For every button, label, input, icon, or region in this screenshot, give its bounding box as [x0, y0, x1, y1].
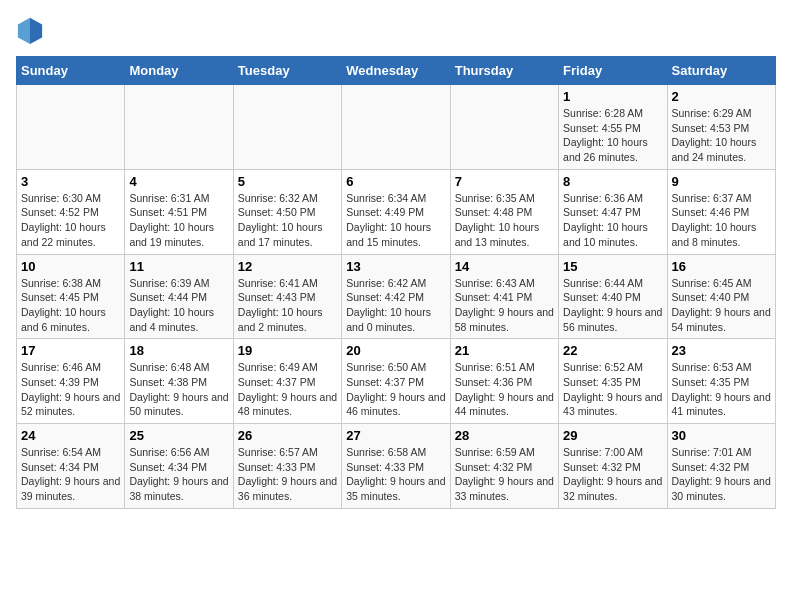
day-info: Sunrise: 6:38 AM Sunset: 4:45 PM Dayligh… [21, 276, 120, 335]
calendar-cell [342, 85, 450, 170]
day-info: Sunrise: 6:30 AM Sunset: 4:52 PM Dayligh… [21, 191, 120, 250]
calendar-header-row: SundayMondayTuesdayWednesdayThursdayFrid… [17, 57, 776, 85]
calendar-cell: 7Sunrise: 6:35 AM Sunset: 4:48 PM Daylig… [450, 169, 558, 254]
svg-marker-1 [30, 18, 42, 44]
day-number: 9 [672, 174, 771, 189]
day-number: 1 [563, 89, 662, 104]
calendar-cell [450, 85, 558, 170]
day-header-friday: Friday [559, 57, 667, 85]
day-number: 16 [672, 259, 771, 274]
day-number: 19 [238, 343, 337, 358]
day-info: Sunrise: 6:54 AM Sunset: 4:34 PM Dayligh… [21, 445, 120, 504]
day-number: 29 [563, 428, 662, 443]
day-number: 2 [672, 89, 771, 104]
day-number: 20 [346, 343, 445, 358]
calendar-cell: 8Sunrise: 6:36 AM Sunset: 4:47 PM Daylig… [559, 169, 667, 254]
day-info: Sunrise: 6:56 AM Sunset: 4:34 PM Dayligh… [129, 445, 228, 504]
day-number: 24 [21, 428, 120, 443]
calendar-cell: 21Sunrise: 6:51 AM Sunset: 4:36 PM Dayli… [450, 339, 558, 424]
day-info: Sunrise: 6:36 AM Sunset: 4:47 PM Dayligh… [563, 191, 662, 250]
calendar-cell: 6Sunrise: 6:34 AM Sunset: 4:49 PM Daylig… [342, 169, 450, 254]
day-info: Sunrise: 6:34 AM Sunset: 4:49 PM Dayligh… [346, 191, 445, 250]
calendar-cell: 25Sunrise: 6:56 AM Sunset: 4:34 PM Dayli… [125, 424, 233, 509]
day-header-sunday: Sunday [17, 57, 125, 85]
day-number: 10 [21, 259, 120, 274]
calendar-cell: 16Sunrise: 6:45 AM Sunset: 4:40 PM Dayli… [667, 254, 775, 339]
calendar-cell: 9Sunrise: 6:37 AM Sunset: 4:46 PM Daylig… [667, 169, 775, 254]
calendar-week-row: 3Sunrise: 6:30 AM Sunset: 4:52 PM Daylig… [17, 169, 776, 254]
logo [16, 16, 48, 44]
calendar-cell: 1Sunrise: 6:28 AM Sunset: 4:55 PM Daylig… [559, 85, 667, 170]
day-number: 7 [455, 174, 554, 189]
day-info: Sunrise: 6:28 AM Sunset: 4:55 PM Dayligh… [563, 106, 662, 165]
calendar-cell: 12Sunrise: 6:41 AM Sunset: 4:43 PM Dayli… [233, 254, 341, 339]
calendar-cell [125, 85, 233, 170]
day-info: Sunrise: 6:53 AM Sunset: 4:35 PM Dayligh… [672, 360, 771, 419]
day-header-monday: Monday [125, 57, 233, 85]
day-number: 18 [129, 343, 228, 358]
calendar-cell: 23Sunrise: 6:53 AM Sunset: 4:35 PM Dayli… [667, 339, 775, 424]
day-number: 13 [346, 259, 445, 274]
calendar-cell: 11Sunrise: 6:39 AM Sunset: 4:44 PM Dayli… [125, 254, 233, 339]
day-header-wednesday: Wednesday [342, 57, 450, 85]
day-number: 23 [672, 343, 771, 358]
day-number: 21 [455, 343, 554, 358]
day-info: Sunrise: 7:00 AM Sunset: 4:32 PM Dayligh… [563, 445, 662, 504]
calendar-cell: 5Sunrise: 6:32 AM Sunset: 4:50 PM Daylig… [233, 169, 341, 254]
day-info: Sunrise: 6:59 AM Sunset: 4:32 PM Dayligh… [455, 445, 554, 504]
day-number: 30 [672, 428, 771, 443]
calendar-cell: 27Sunrise: 6:58 AM Sunset: 4:33 PM Dayli… [342, 424, 450, 509]
calendar-cell [17, 85, 125, 170]
day-number: 22 [563, 343, 662, 358]
calendar-cell: 26Sunrise: 6:57 AM Sunset: 4:33 PM Dayli… [233, 424, 341, 509]
day-number: 12 [238, 259, 337, 274]
logo-icon [16, 16, 44, 44]
day-info: Sunrise: 6:39 AM Sunset: 4:44 PM Dayligh… [129, 276, 228, 335]
day-number: 28 [455, 428, 554, 443]
day-number: 5 [238, 174, 337, 189]
calendar-cell [233, 85, 341, 170]
day-info: Sunrise: 6:37 AM Sunset: 4:46 PM Dayligh… [672, 191, 771, 250]
day-number: 17 [21, 343, 120, 358]
calendar-cell: 15Sunrise: 6:44 AM Sunset: 4:40 PM Dayli… [559, 254, 667, 339]
calendar-week-row: 24Sunrise: 6:54 AM Sunset: 4:34 PM Dayli… [17, 424, 776, 509]
day-header-saturday: Saturday [667, 57, 775, 85]
day-info: Sunrise: 6:49 AM Sunset: 4:37 PM Dayligh… [238, 360, 337, 419]
day-number: 3 [21, 174, 120, 189]
day-info: Sunrise: 6:31 AM Sunset: 4:51 PM Dayligh… [129, 191, 228, 250]
calendar-cell: 13Sunrise: 6:42 AM Sunset: 4:42 PM Dayli… [342, 254, 450, 339]
day-number: 26 [238, 428, 337, 443]
day-info: Sunrise: 6:50 AM Sunset: 4:37 PM Dayligh… [346, 360, 445, 419]
day-info: Sunrise: 6:58 AM Sunset: 4:33 PM Dayligh… [346, 445, 445, 504]
day-info: Sunrise: 6:42 AM Sunset: 4:42 PM Dayligh… [346, 276, 445, 335]
day-info: Sunrise: 6:57 AM Sunset: 4:33 PM Dayligh… [238, 445, 337, 504]
day-number: 14 [455, 259, 554, 274]
day-header-thursday: Thursday [450, 57, 558, 85]
calendar-week-row: 10Sunrise: 6:38 AM Sunset: 4:45 PM Dayli… [17, 254, 776, 339]
calendar-cell: 22Sunrise: 6:52 AM Sunset: 4:35 PM Dayli… [559, 339, 667, 424]
calendar-cell: 29Sunrise: 7:00 AM Sunset: 4:32 PM Dayli… [559, 424, 667, 509]
calendar-cell: 19Sunrise: 6:49 AM Sunset: 4:37 PM Dayli… [233, 339, 341, 424]
day-number: 15 [563, 259, 662, 274]
calendar-week-row: 1Sunrise: 6:28 AM Sunset: 4:55 PM Daylig… [17, 85, 776, 170]
header [16, 16, 776, 44]
svg-marker-2 [18, 18, 30, 44]
day-number: 11 [129, 259, 228, 274]
day-number: 27 [346, 428, 445, 443]
day-info: Sunrise: 6:52 AM Sunset: 4:35 PM Dayligh… [563, 360, 662, 419]
calendar-cell: 3Sunrise: 6:30 AM Sunset: 4:52 PM Daylig… [17, 169, 125, 254]
day-info: Sunrise: 6:51 AM Sunset: 4:36 PM Dayligh… [455, 360, 554, 419]
day-number: 6 [346, 174, 445, 189]
day-info: Sunrise: 6:32 AM Sunset: 4:50 PM Dayligh… [238, 191, 337, 250]
day-info: Sunrise: 6:45 AM Sunset: 4:40 PM Dayligh… [672, 276, 771, 335]
calendar-cell: 10Sunrise: 6:38 AM Sunset: 4:45 PM Dayli… [17, 254, 125, 339]
day-info: Sunrise: 6:46 AM Sunset: 4:39 PM Dayligh… [21, 360, 120, 419]
calendar-cell: 4Sunrise: 6:31 AM Sunset: 4:51 PM Daylig… [125, 169, 233, 254]
day-number: 25 [129, 428, 228, 443]
calendar-cell: 18Sunrise: 6:48 AM Sunset: 4:38 PM Dayli… [125, 339, 233, 424]
calendar-cell: 28Sunrise: 6:59 AM Sunset: 4:32 PM Dayli… [450, 424, 558, 509]
calendar-cell: 24Sunrise: 6:54 AM Sunset: 4:34 PM Dayli… [17, 424, 125, 509]
day-info: Sunrise: 6:29 AM Sunset: 4:53 PM Dayligh… [672, 106, 771, 165]
calendar-week-row: 17Sunrise: 6:46 AM Sunset: 4:39 PM Dayli… [17, 339, 776, 424]
day-number: 8 [563, 174, 662, 189]
